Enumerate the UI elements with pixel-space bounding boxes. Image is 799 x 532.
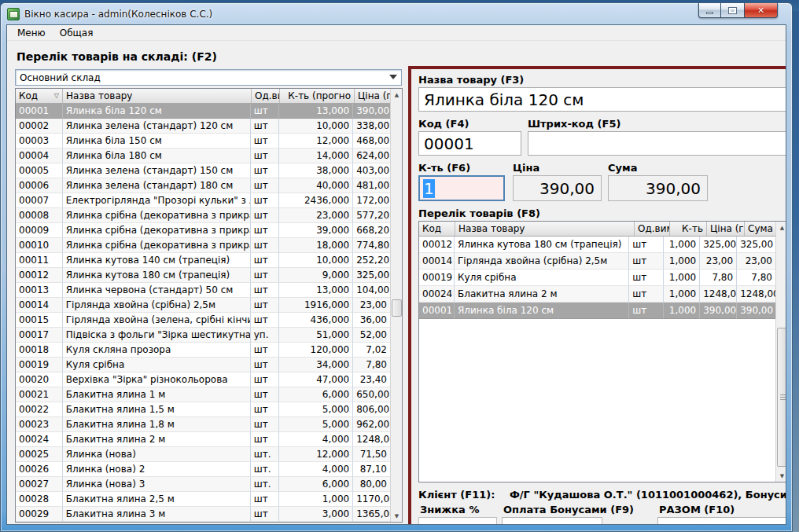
table-row[interactable]: 00026Ялинка (нова) 2шт.4,00087,10 [16, 462, 390, 477]
table-row[interactable]: 00014Гірлянда хвойна (срібна) 2,5мшт1,00… [419, 253, 775, 270]
table-row[interactable]: 00019Куля срібнашт1,0007,807,80 [419, 270, 775, 286]
column-header[interactable]: К-ть (прогно [280, 89, 355, 103]
table-row[interactable]: 00027Ялинка (нова) 3шт.6,00080,00 [16, 477, 390, 492]
table-row[interactable]: 00028Блакитна ялина 2,5 мшт1,0001170,00 [16, 492, 390, 507]
table-cell: шт [251, 492, 279, 507]
table-cell: 00024 [16, 432, 63, 447]
table-cell: 6,000 [279, 387, 354, 402]
menu-item-obshchaya[interactable]: Общая [53, 26, 101, 40]
table-row[interactable]: 00014Гірлянда хвойна (срібна) 2,5мшт1916… [16, 298, 390, 313]
table-row[interactable]: 00025Ялинка (нова)шт.12,00071,50 [16, 447, 390, 462]
maximize-button[interactable] [721, 3, 744, 18]
column-header[interactable]: Од.ви [252, 89, 280, 103]
barcode-input[interactable] [528, 131, 786, 156]
stock-table-scrollbar[interactable]: ▲ ▼ [390, 89, 402, 522]
table-row[interactable]: 00002Ялинка зелена (стандарт) 120 смшт10… [16, 119, 390, 134]
table-row[interactable]: 00029Блакитна ялина 3 мшт3,0001365,00 [16, 507, 390, 522]
table-row[interactable]: 00010Ялинка срібна (декоративна з прикра… [16, 238, 390, 253]
table-row[interactable]: 00020Верхівка "Зірка" різнокольоровашт47… [16, 372, 390, 387]
table-row[interactable]: 00005Ялинка зелена (стандарт) 150 смшт38… [16, 163, 390, 178]
table-cell: 00009 [16, 223, 63, 238]
scroll-down-icon[interactable]: ▼ [392, 510, 402, 522]
product-name-input[interactable]: Ялинка біла 120 см [418, 87, 786, 112]
warehouse-select-value: Основний склад [20, 72, 101, 83]
table-cell: шт [251, 507, 279, 522]
table-row[interactable]: 00001Ялинка біла 120 смшт13,000390,00 [16, 104, 390, 119]
table-cell: шт [251, 298, 279, 313]
column-header[interactable]: К-ть [670, 222, 707, 236]
table-row[interactable]: 00008Ялинка срібна (декоративна з прикра… [16, 208, 390, 223]
table-cell: шт [251, 343, 279, 358]
table-cell: 00012 [419, 237, 455, 253]
table-cell: Ялинка срібна (декоративна з прикраса [63, 223, 251, 238]
table-cell: шт [251, 268, 279, 283]
column-header[interactable]: Назва товару [63, 89, 252, 103]
warehouse-select[interactable]: Основний склад [15, 69, 402, 86]
table-row[interactable]: 00024Блакитна ялина 2 мшт1,0001248,00124… [419, 286, 775, 303]
column-header[interactable]: Од.вим [635, 222, 670, 236]
table-cell: 10,000 [279, 253, 354, 268]
table-row[interactable]: 00009Ялинка срібна (декоративна з прикра… [16, 223, 390, 238]
discount-input[interactable]: -20 [418, 517, 497, 525]
table-row[interactable]: 00017Підвіска з фольги "Зірка шестикутна… [16, 328, 390, 343]
cart-title: Перелік товарів (F8) [418, 207, 786, 219]
table-cell: 2436,000 [279, 193, 354, 208]
table-cell: Ялинка кутова 140 см (трапеція) [63, 253, 251, 268]
barcode-label: Штрих-код (F5) [528, 118, 786, 130]
table-cell: 325,00 [737, 237, 775, 253]
scrollbar-thumb[interactable] [392, 299, 402, 317]
table-cell: 47,000 [279, 372, 354, 387]
table-row[interactable]: 00003Ялинка біла 150 смшт12,000468,00 [16, 134, 390, 149]
table-row[interactable]: 00018Куля скляна прозорашт120,0007,02 [16, 343, 390, 358]
table-cell: 38,000 [279, 163, 354, 178]
table-cell: 338,00 [353, 119, 390, 134]
close-button[interactable]: ✕ [744, 3, 778, 18]
table-row[interactable]: 00013Ялинка червона (стандарт) 50 смшт13… [16, 283, 390, 298]
bonus-input[interactable]: 0 [502, 517, 602, 525]
scroll-down-icon[interactable]: ▼ [777, 470, 786, 482]
table-cell: Ялинка кутова 180 см (трапеція) [455, 237, 629, 253]
table-cell: уп. [251, 328, 279, 343]
table-cell: 00021 [16, 387, 63, 402]
table-cell: шт [251, 134, 279, 149]
qty-input[interactable]: 1 [418, 175, 505, 201]
scroll-up-icon[interactable]: ▲ [777, 222, 786, 233]
table-row[interactable]: 00007Електрогірлянда "Прозорі кульки" з … [16, 193, 390, 208]
table-row[interactable]: 00012Ялинка кутова 180 см (трапеція)шт1,… [419, 237, 775, 253]
table-row[interactable]: 00006Ялинка зелена (стандарт) 180 смшт40… [16, 178, 390, 193]
minimize-button[interactable] [698, 3, 721, 18]
table-row[interactable]: 00022Блакитна ялина 1,5 мшт5,000806,00 [16, 402, 390, 417]
scrollbar-thumb[interactable] [777, 328, 786, 467]
column-header[interactable]: Код▽ [16, 89, 63, 103]
column-header[interactable]: Назва товару [455, 222, 635, 236]
scroll-up-icon[interactable]: ▲ [392, 89, 402, 101]
titlebar[interactable]: Вікно касира - admin(Колесніков С.С.) [1, 3, 792, 22]
table-cell: 252,20 [353, 253, 390, 268]
menu-item-menu[interactable]: Меню [10, 26, 53, 40]
table-cell: 10,000 [279, 119, 354, 134]
table-cell: шт [251, 119, 279, 134]
column-header[interactable]: Ціна (гр [707, 222, 745, 236]
cart-table-scrollbar[interactable]: ▲ ▼ [775, 222, 786, 482]
table-cell: 00025 [16, 447, 63, 462]
table-row[interactable]: 00023Блакитна ялина 1,8 мшт5,000962,00 [16, 417, 390, 432]
table-cell: 7,02 [353, 343, 390, 358]
table-row[interactable]: 00001Ялинка біла 120 смшт1,000390,00390,… [419, 303, 775, 319]
cart-table: КодНазва товаруОд.вимК-тьЦіна (грСума (г… [418, 221, 786, 482]
table-cell: Ялинка біла 120 см [63, 104, 251, 119]
close-icon: ✕ [757, 6, 764, 16]
column-header[interactable]: Код [419, 222, 455, 236]
table-row[interactable]: 00019Куля срібнашт34,0007,80 [16, 358, 390, 372]
window-title: Вікно касира - admin(Колесніков С.С.) [24, 9, 212, 20]
column-header[interactable]: Ціна (грн) [355, 89, 392, 103]
table-row[interactable]: 00015Гірлянда хвойна (зелена, срібні кін… [16, 313, 390, 328]
table-row[interactable]: 00024Блакитна ялина 2 мшт4,0001248,00 [16, 432, 390, 447]
code-input[interactable]: 00001 [418, 131, 521, 156]
table-cell: 774,80 [353, 238, 390, 253]
table-row[interactable]: 00004Ялинка біла 180 смшт14,000624,00 [16, 149, 390, 163]
table-row[interactable]: 00011Ялинка кутова 140 см (трапеція)шт10… [16, 253, 390, 268]
table-cell: Гірлянда хвойна (срібна) 2,5м [63, 298, 251, 313]
table-row[interactable]: 00021Блакитна ялина 1 мшт6,000650,00 [16, 387, 390, 402]
table-cell: шт [251, 402, 279, 417]
table-row[interactable]: 00012Ялинка кутова 180 см (трапеція)шт9,… [16, 268, 390, 283]
